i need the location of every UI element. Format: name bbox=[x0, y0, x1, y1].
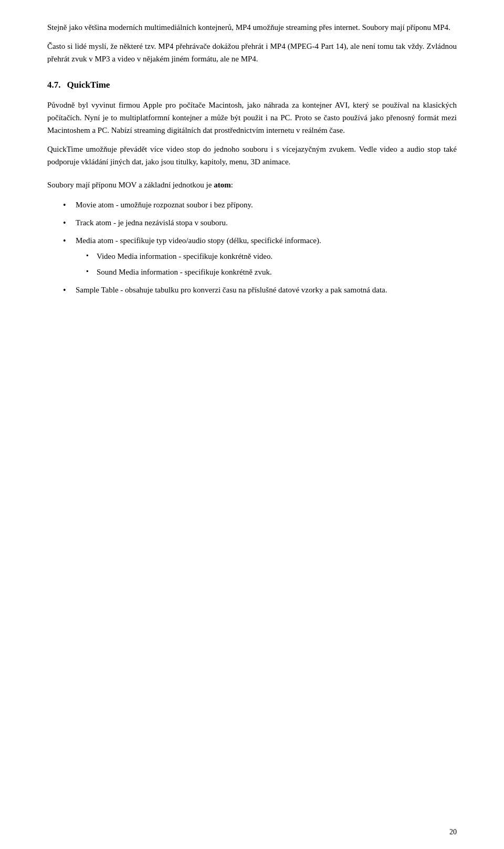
list-item: Video Media information - specifikuje ko… bbox=[86, 250, 457, 263]
list-item-text: Track atom - je jedna nezávislá stopa v … bbox=[76, 218, 228, 227]
intro-paragraph-2: Často si lidé myslí, že některé tzv. MP4… bbox=[47, 40, 457, 65]
page: Stejně jako většina moderních multimediá… bbox=[0, 0, 504, 849]
list-item: Movie atom - umožňuje rozpoznat soubor i… bbox=[63, 198, 457, 211]
list-item: Sound Media information - specifikuje ko… bbox=[86, 266, 457, 278]
quicktime-paragraph-2: QuickTime umožňuje převádět více video s… bbox=[47, 143, 457, 168]
list-item-text: Movie atom - umožňuje rozpoznat soubor i… bbox=[76, 201, 253, 209]
sub-bullet-list: Video Media information - specifikuje ko… bbox=[86, 250, 457, 278]
list-item: Track atom - je jedna nezávislá stopa v … bbox=[63, 216, 457, 229]
sub-list-item-text: Video Media information - specifikuje ko… bbox=[97, 252, 272, 260]
atom-bullet-list: Movie atom - umožňuje rozpoznat soubor i… bbox=[63, 198, 457, 296]
list-item-text: Media atom - specifikuje typ video/audio… bbox=[76, 236, 321, 245]
list-item-text: Sample Table - obsahuje tabulku pro konv… bbox=[76, 286, 387, 294]
intro-paragraph-1: Stejně jako většina moderních multimediá… bbox=[47, 21, 457, 34]
atom-bold-label: atom bbox=[214, 181, 231, 189]
list-item: Sample Table - obsahuje tabulku pro konv… bbox=[63, 284, 457, 296]
section-heading-47: 4.7. QuickTime bbox=[47, 80, 457, 90]
section-title: QuickTime bbox=[67, 80, 110, 90]
atom-colon: : bbox=[231, 181, 233, 189]
page-number: 20 bbox=[449, 828, 457, 836]
quicktime-paragraph-1: Původně byl vyvinut firmou Apple pro poč… bbox=[47, 99, 457, 137]
sub-list-item-text: Sound Media information - specifikuje ko… bbox=[97, 268, 272, 276]
atom-intro-text: Soubory mají příponu MOV a základní jedn… bbox=[47, 179, 457, 191]
atom-intro-label: Soubory mají příponu MOV a základní jedn… bbox=[47, 181, 214, 189]
section-number: 4.7. bbox=[47, 80, 61, 90]
list-item: Media atom - specifikuje typ video/audio… bbox=[63, 234, 457, 278]
